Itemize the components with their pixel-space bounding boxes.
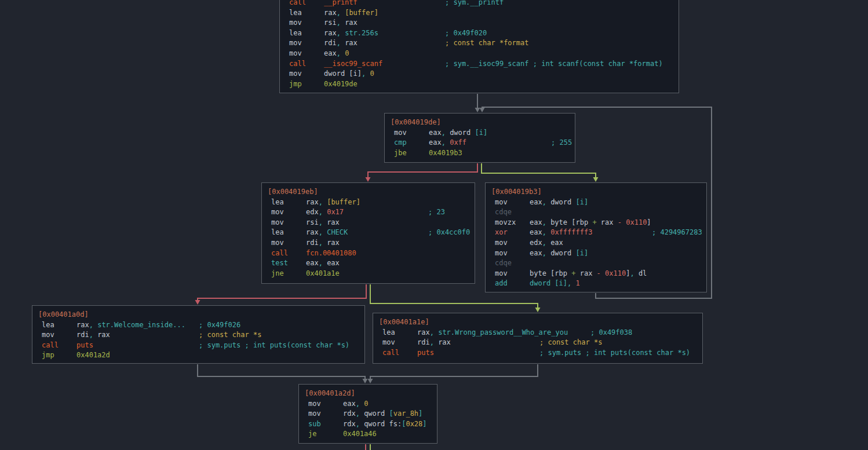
asm-operands: fcn.00401080 bbox=[306, 249, 356, 257]
asm-token: rax bbox=[306, 228, 319, 236]
asm-token: eax bbox=[429, 129, 442, 137]
asm-operands: edx, 0x17 bbox=[306, 208, 344, 216]
asm-token: CHECK bbox=[327, 228, 348, 236]
basic-block-0x004019b3[interactable]: [0x004019b3]moveax, dword [i]cdqemovzxea… bbox=[485, 182, 707, 292]
asm-mnemonic: mov bbox=[271, 218, 306, 228]
asm-operands: rdx, qword [var_8h] bbox=[343, 409, 422, 418]
asm-token: - bbox=[597, 269, 601, 277]
asm-token: __isoc99_scanf bbox=[324, 60, 382, 68]
basic-block-0x004019eb[interactable]: [0x004019eb]learax, [buffer]movedx, 0x17… bbox=[261, 182, 475, 284]
asm-mnemonic: mov bbox=[271, 207, 306, 218]
asm-token: rdi bbox=[324, 39, 337, 47]
asm-token: 0xfffffff3 bbox=[550, 228, 592, 236]
asm-token: cdqe bbox=[495, 208, 512, 216]
asm-mnemonic: test bbox=[271, 258, 306, 269]
asm-token: 0x401a2d bbox=[76, 351, 110, 359]
asm-token: fcn.00401080 bbox=[306, 249, 356, 257]
asm-operands: rsi, rax bbox=[324, 19, 358, 27]
asm-token bbox=[601, 269, 605, 277]
asm-operands: byte [rbp + rax - 0x110], dl bbox=[530, 269, 647, 277]
edge-0x004019b3-loop-to-0x004019de-arrowhead bbox=[480, 108, 485, 112]
basic-block-0x00401a0d[interactable]: [0x00401a0d]learax, str.Welcome_inside..… bbox=[32, 305, 365, 364]
asm-token: dl bbox=[634, 269, 647, 277]
asm-operands: eax, dword [i] bbox=[530, 198, 588, 206]
asm-mnemonic: lea bbox=[271, 228, 306, 238]
asm-line: movdword [i], 0 bbox=[280, 69, 679, 79]
asm-comment: ; sym.puts ; int puts(const char *s) bbox=[199, 341, 349, 351]
asm-line: learax, [buffer] bbox=[280, 8, 679, 19]
asm-operands: __isoc99_scanf bbox=[324, 60, 382, 68]
basic-block-0x00401a1e[interactable]: [0x00401a1e]learax, str.Wrong_password__… bbox=[373, 313, 703, 364]
asm-token: dword bbox=[546, 198, 576, 206]
asm-token: 0x4019de bbox=[324, 80, 358, 88]
asm-token: dword bbox=[546, 249, 576, 257]
asm-operands: __printf bbox=[324, 0, 358, 6]
asm-line: adddword [i], 1 bbox=[486, 279, 706, 289]
asm-token: ; sym.__printf bbox=[445, 0, 504, 6]
asm-mnemonic: call bbox=[289, 0, 324, 8]
asm-line: movrdi, rax; const char *s bbox=[373, 338, 702, 348]
asm-token: eax bbox=[343, 400, 356, 408]
asm-mnemonic: mov bbox=[495, 238, 530, 248]
asm-token: ; 0x49f026 bbox=[199, 321, 240, 329]
asm-token: mov bbox=[382, 338, 395, 346]
asm-token: , bbox=[89, 331, 93, 339]
basic-block-0x00401a2d[interactable]: [0x00401a2d]moveax, 0movrdx, qword [var_… bbox=[298, 384, 437, 444]
asm-token: mov bbox=[271, 218, 284, 226]
asm-line: cdqe bbox=[486, 207, 706, 218]
asm-token: , bbox=[89, 321, 93, 329]
asm-token bbox=[366, 69, 370, 78]
asm-token: mov bbox=[495, 198, 508, 206]
asm-mnemonic: call bbox=[271, 248, 306, 259]
asm-line: movrsi, rax bbox=[280, 18, 679, 28]
asm-token: ; 0x49f020 bbox=[445, 29, 487, 37]
asm-mnemonic: mov bbox=[289, 18, 324, 28]
disassembly-graph-canvas[interactable]: call__printf; sym.__printflearax, [buffe… bbox=[0, 0, 868, 450]
asm-token: rax bbox=[417, 328, 430, 336]
edge-0x004019eb-false-to-0x00401a0d-arrowhead bbox=[195, 300, 200, 305]
asm-mnemonic: mov bbox=[308, 399, 343, 409]
asm-operands: rax, str.Welcome_inside... bbox=[76, 321, 185, 329]
asm-token: ; 4294967283 bbox=[652, 228, 702, 236]
asm-operands: rdi, rax bbox=[417, 338, 451, 346]
asm-token: mov bbox=[495, 249, 508, 257]
asm-token: , bbox=[356, 400, 360, 408]
asm-token: mov bbox=[308, 400, 321, 408]
asm-mnemonic: call bbox=[382, 348, 417, 358]
asm-operands: rax, str.Wrong_password__Who_are_you bbox=[417, 328, 568, 336]
asm-token: [i] bbox=[576, 198, 589, 206]
basic-block-0x004019de[interactable]: [0x004019de]moveax, dword [i]cmpeax, 0xf… bbox=[384, 113, 575, 163]
asm-mnemonic: jmp bbox=[42, 350, 76, 361]
basic-block-entry[interactable]: call__printf; sym.__printflearax, [buffe… bbox=[279, 0, 679, 93]
asm-mnemonic: mov bbox=[271, 238, 306, 248]
asm-mnemonic: mov bbox=[394, 128, 429, 138]
asm-operands: eax, dword [i] bbox=[429, 129, 487, 137]
asm-token: lea bbox=[42, 321, 54, 329]
asm-token: rax bbox=[434, 338, 451, 346]
block-address-header: [0x004019b3] bbox=[486, 187, 706, 197]
asm-token: str.Welcome_inside... bbox=[97, 321, 185, 329]
asm-token: rax bbox=[306, 198, 319, 206]
asm-comment: ; 4294967283 bbox=[652, 228, 702, 238]
block-address-header: [0x00401a1e] bbox=[373, 317, 702, 328]
asm-token: , bbox=[542, 239, 546, 247]
asm-operands: edx, eax bbox=[530, 239, 563, 247]
asm-operands: eax, 0xff bbox=[429, 138, 466, 147]
asm-token: movzx bbox=[495, 218, 516, 226]
asm-token: , bbox=[542, 228, 546, 236]
asm-mnemonic: call bbox=[289, 59, 324, 69]
asm-line: moveax, 0 bbox=[299, 399, 437, 409]
asm-line: movedx, 0x17; 23 bbox=[262, 207, 475, 218]
asm-token: __printf bbox=[324, 0, 358, 6]
asm-mnemonic: movzx bbox=[495, 218, 530, 228]
asm-mnemonic: cdqe bbox=[495, 258, 530, 269]
asm-operands: 0x401a2d bbox=[76, 351, 110, 359]
asm-line: call__isoc99_scanf; sym.__isoc99_scanf ;… bbox=[280, 59, 679, 69]
asm-token: rax bbox=[323, 239, 340, 247]
asm-token: , bbox=[319, 218, 323, 226]
edge-0x00401a0d-to-0x00401a2d bbox=[198, 364, 365, 379]
asm-mnemonic: sub bbox=[308, 419, 343, 430]
asm-token: jmp bbox=[42, 351, 54, 359]
asm-operands: rax, CHECK bbox=[306, 228, 348, 236]
asm-token: rsi bbox=[324, 19, 337, 27]
